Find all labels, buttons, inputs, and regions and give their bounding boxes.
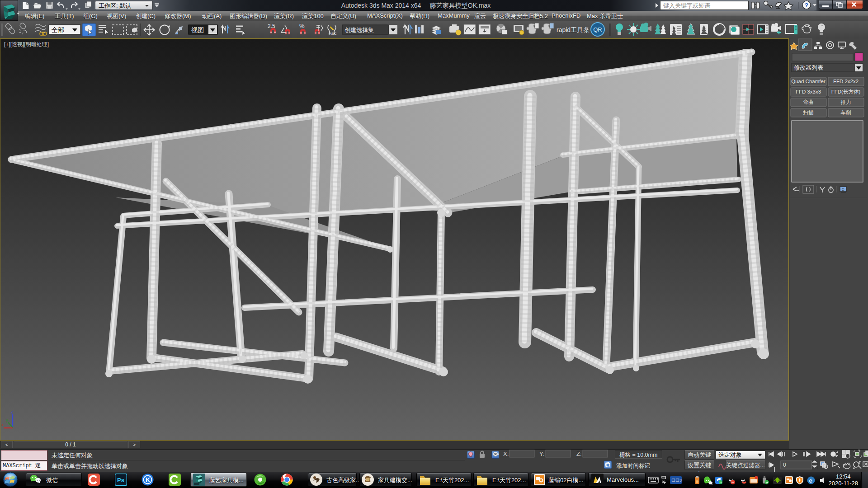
svg-text:视图: 视图 bbox=[191, 26, 204, 33]
svg-text:Quad Chamfer: Quad Chamfer bbox=[791, 79, 826, 84]
svg-text:e: e bbox=[809, 477, 812, 484]
svg-text:y: y bbox=[6, 418, 8, 422]
svg-text:扫描: 扫描 bbox=[803, 110, 814, 115]
svg-text:Y:: Y: bbox=[539, 450, 545, 457]
svg-text:z: z bbox=[11, 409, 13, 414]
svg-text:rapid工具条: rapid工具条 bbox=[557, 26, 590, 33]
svg-text:Z:: Z: bbox=[576, 450, 582, 457]
svg-text:X:: X: bbox=[503, 450, 509, 457]
svg-text:ABC: ABC bbox=[329, 32, 337, 36]
svg-text:修改器列表: 修改器列表 bbox=[794, 64, 823, 71]
svg-text:车削: 车削 bbox=[840, 110, 851, 115]
svg-text:FFD 2x2x2: FFD 2x2x2 bbox=[833, 79, 859, 84]
svg-text:K: K bbox=[146, 476, 150, 483]
svg-text:FFD 3x3x3: FFD 3x3x3 bbox=[796, 89, 821, 94]
svg-text:创建选择集: 创建选择集 bbox=[344, 27, 374, 33]
svg-text:口口3: 口口3 bbox=[671, 478, 682, 483]
svg-text:推力: 推力 bbox=[841, 99, 851, 105]
svg-text:QR: QR bbox=[593, 26, 602, 33]
svg-text:0: 0 bbox=[783, 462, 786, 468]
svg-text:Ps: Ps bbox=[117, 477, 124, 483]
svg-text:x: x bbox=[1, 422, 4, 427]
svg-text:弯曲: 弯曲 bbox=[803, 99, 814, 105]
svg-text:全部: 全部 bbox=[52, 26, 64, 33]
svg-text:FFD(长方体): FFD(长方体) bbox=[831, 89, 861, 94]
svg-text:%: % bbox=[299, 23, 305, 29]
svg-text:?: ? bbox=[805, 2, 808, 9]
